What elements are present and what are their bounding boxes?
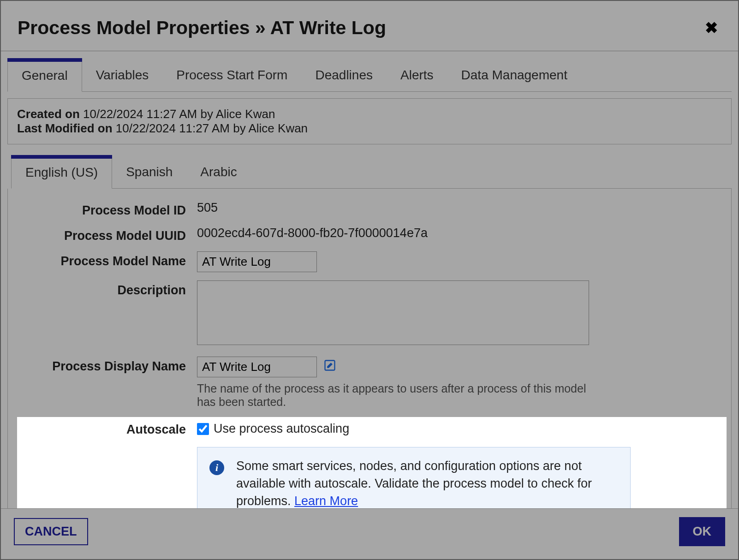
tab-variables[interactable]: Variables — [82, 61, 163, 91]
row-process-model-uuid: Process Model UUID 0002ecd4-607d-8000-fb… — [22, 226, 717, 243]
row-description: Description — [22, 280, 717, 348]
language-tabstrip: English (US) Spanish Arabic — [11, 158, 732, 189]
form-area: Process Model ID 505 Process Model UUID … — [7, 189, 732, 508]
dialog-title: Process Model Properties » AT Write Log — [18, 17, 386, 39]
created-on-line: Created on 10/22/2024 11:27 AM by Alice … — [17, 107, 722, 121]
description-textarea[interactable] — [197, 280, 589, 345]
modified-on-label: Last Modified on — [17, 121, 113, 135]
row-process-model-id: Process Model ID 505 — [22, 201, 717, 218]
tab-data-management[interactable]: Data Management — [447, 61, 581, 91]
tab-alerts[interactable]: Alerts — [387, 61, 447, 91]
row-process-display-name: Process Display Name The name of the pro… — [22, 357, 717, 409]
ok-button[interactable]: OK — [679, 517, 726, 546]
process-model-id-label: Process Model ID — [22, 201, 197, 218]
process-model-uuid-label: Process Model UUID — [22, 226, 197, 243]
cancel-button[interactable]: CANCEL — [14, 518, 88, 545]
close-icon[interactable]: ✖ — [701, 17, 721, 39]
process-model-id-value: 505 — [197, 201, 717, 215]
autoscale-checkbox-label: Use process autoscaling — [214, 422, 349, 436]
autoscale-info-message: Some smart services, nodes, and configur… — [236, 459, 592, 508]
process-model-name-label: Process Model Name — [22, 251, 197, 268]
process-model-name-input[interactable] — [197, 251, 317, 272]
modified-on-value: 10/22/2024 11:27 AM by Alice Kwan — [116, 121, 308, 135]
process-display-name-input[interactable] — [197, 357, 317, 377]
dialog-header: Process Model Properties » AT Write Log … — [1, 1, 738, 51]
autoscale-label: Autoscale — [17, 422, 197, 437]
description-label: Description — [22, 280, 197, 298]
lang-tab-english-us[interactable]: English (US) — [11, 158, 112, 189]
modified-on-line: Last Modified on 10/22/2024 11:27 AM by … — [17, 121, 722, 136]
metadata-box: Created on 10/22/2024 11:27 AM by Alice … — [7, 98, 732, 144]
autoscale-info-text: Some smart services, nodes, and configur… — [236, 458, 618, 508]
row-autoscale: Autoscale Use process autoscaling i Some… — [17, 417, 727, 508]
process-model-uuid-value: 0002ecd4-607d-8000-fb20-7f0000014e7a — [197, 226, 717, 240]
created-on-label: Created on — [17, 107, 80, 121]
dialog-footer: CANCEL OK — [1, 508, 738, 559]
tab-process-start-form[interactable]: Process Start Form — [162, 61, 301, 91]
row-process-model-name: Process Model Name — [22, 251, 717, 272]
edit-expression-icon[interactable] — [322, 358, 338, 376]
process-display-name-help: The name of the process as it appears to… — [197, 382, 603, 409]
process-model-properties-dialog: Process Model Properties » AT Write Log … — [0, 0, 739, 560]
main-tabstrip: General Variables Process Start Form Dea… — [7, 61, 732, 92]
autoscale-info-box: i Some smart services, nodes, and config… — [197, 447, 631, 508]
tab-general[interactable]: General — [7, 61, 82, 92]
info-icon: i — [209, 460, 224, 475]
tab-deadlines[interactable]: Deadlines — [301, 61, 387, 91]
autoscale-checkbox[interactable] — [197, 423, 209, 435]
learn-more-link[interactable]: Learn More — [294, 494, 358, 508]
process-display-name-label: Process Display Name — [22, 357, 197, 374]
created-on-value: 10/22/2024 11:27 AM by Alice Kwan — [83, 107, 275, 121]
lang-tab-arabic[interactable]: Arabic — [186, 158, 250, 188]
dialog-body: General Variables Process Start Form Dea… — [1, 51, 738, 508]
lang-tab-spanish[interactable]: Spanish — [112, 158, 186, 188]
